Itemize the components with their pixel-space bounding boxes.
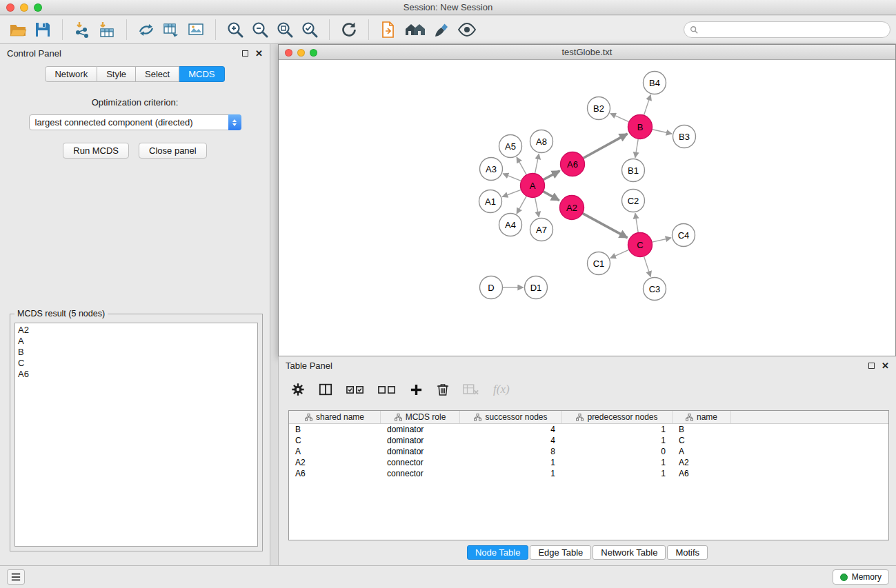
network-node-C2[interactable]: C2: [622, 190, 645, 212]
network-edge[interactable]: [544, 171, 560, 180]
table-cell[interactable]: A6: [673, 469, 731, 478]
network-edge[interactable]: [502, 190, 521, 196]
task-history-button[interactable]: [7, 569, 25, 585]
network-edge[interactable]: [610, 250, 629, 258]
table-cell[interactable]: C: [673, 436, 731, 445]
table-row[interactable]: Adominator80A: [289, 446, 888, 457]
eye-icon[interactable]: [457, 19, 477, 40]
run-mcds-button[interactable]: Run MCDS: [63, 143, 129, 159]
search-input[interactable]: [701, 25, 884, 34]
network-node-D1[interactable]: D1: [525, 276, 548, 299]
table-cell[interactable]: 4: [460, 425, 562, 434]
network-node-B2[interactable]: B2: [588, 97, 610, 120]
table-row[interactable]: A6connector11A6: [289, 468, 888, 479]
mcds-result-item[interactable]: A6: [15, 369, 257, 380]
table-cell[interactable]: dominator: [381, 436, 460, 445]
zoom-fit-icon[interactable]: [275, 19, 295, 40]
table-row[interactable]: Bdominator41B: [289, 424, 888, 435]
network-node-A5[interactable]: A5: [499, 135, 522, 158]
mcds-result-item[interactable]: A: [15, 336, 257, 347]
network-node-C3[interactable]: C3: [644, 278, 666, 301]
network-node-B[interactable]: B: [628, 115, 653, 139]
mcds-result-item[interactable]: A2: [15, 325, 257, 336]
network-edge[interactable]: [584, 134, 628, 158]
table-cell[interactable]: A2: [289, 458, 381, 467]
network-edge[interactable]: [644, 95, 651, 115]
home-icon[interactable]: [403, 19, 428, 40]
node-table[interactable]: shared nameMCDS rolesuccessor nodesprede…: [288, 410, 889, 540]
float-panel-icon[interactable]: [242, 50, 248, 57]
float-table-panel-icon[interactable]: [868, 363, 875, 369]
style-brush-icon[interactable]: [432, 19, 452, 40]
mcds-result-item[interactable]: C: [15, 358, 257, 369]
new-network-icon[interactable]: [136, 19, 157, 40]
close-table-panel-icon[interactable]: ✕: [882, 361, 889, 370]
table-settings-gear-icon[interactable]: [291, 383, 305, 396]
table-cell[interactable]: connector: [381, 469, 460, 478]
table-cell[interactable]: A6: [289, 469, 381, 478]
network-edge[interactable]: [653, 238, 671, 242]
close-panel-button[interactable]: Close panel: [139, 143, 207, 159]
zoom-selected-icon[interactable]: [299, 19, 320, 40]
table-cell[interactable]: 1: [460, 458, 562, 467]
table-row[interactable]: Cdominator41C: [289, 435, 888, 446]
zoom-network-window-button[interactable]: [310, 49, 317, 57]
table-cell[interactable]: 0: [562, 447, 673, 456]
table-cell[interactable]: B: [673, 425, 731, 434]
column-header[interactable]: successor nodes: [460, 411, 562, 423]
table-cell[interactable]: C: [289, 436, 381, 445]
network-node-C1[interactable]: C1: [588, 252, 610, 275]
apply-layout-icon[interactable]: [339, 19, 359, 40]
network-window-titlebar[interactable]: testGlobe.txt: [279, 45, 895, 60]
tab-select[interactable]: Select: [136, 66, 179, 82]
column-header[interactable]: name: [673, 411, 731, 423]
table-cell[interactable]: dominator: [381, 425, 460, 434]
show-columns-icon[interactable]: [319, 383, 332, 396]
memory-button[interactable]: Memory: [833, 569, 889, 585]
import-network-icon[interactable]: [72, 19, 92, 40]
tab-style[interactable]: Style: [97, 66, 136, 82]
table-cell[interactable]: 1: [562, 458, 673, 467]
tab-edge-table[interactable]: Edge Table: [530, 545, 591, 560]
network-node-A6[interactable]: A6: [561, 152, 585, 176]
network-canvas-svg[interactable]: B4B2BB3A5A8A6B1A3AC2A1A2A4A7CC4C1C3DD1: [279, 60, 895, 356]
table-cell[interactable]: dominator: [381, 447, 460, 456]
network-edge[interactable]: [635, 139, 638, 158]
network-node-A2[interactable]: A2: [560, 196, 584, 220]
network-edge[interactable]: [644, 256, 651, 276]
table-cell[interactable]: A2: [673, 458, 731, 467]
network-node-B1[interactable]: B1: [622, 159, 645, 182]
close-panel-icon[interactable]: ✕: [255, 49, 263, 58]
close-network-window-button[interactable]: [285, 49, 292, 57]
zoom-window-button[interactable]: [34, 3, 42, 12]
mcds-result-list[interactable]: A2ABCA6: [14, 323, 258, 547]
open-session-icon[interactable]: [8, 19, 28, 40]
zoom-in-icon[interactable]: [225, 19, 246, 40]
network-edge[interactable]: [517, 157, 526, 174]
network-edge[interactable]: [544, 192, 559, 201]
search-box[interactable]: [684, 21, 890, 38]
tab-node-table[interactable]: Node Table: [467, 545, 529, 560]
table-cell[interactable]: A: [289, 447, 381, 456]
network-edge[interactable]: [535, 154, 539, 173]
deselect-all-icon[interactable]: [378, 385, 396, 395]
table-cell[interactable]: A: [673, 447, 731, 456]
network-edge[interactable]: [517, 196, 526, 214]
export-document-icon[interactable]: [378, 19, 399, 40]
tab-motifs[interactable]: Motifs: [667, 545, 708, 560]
delete-column-icon[interactable]: [437, 383, 449, 396]
network-node-A3[interactable]: A3: [480, 158, 503, 181]
close-window-button[interactable]: [6, 3, 14, 12]
column-header[interactable]: predecessor nodes: [562, 411, 673, 423]
network-node-C[interactable]: C: [628, 233, 653, 257]
new-table-icon[interactable]: [161, 19, 181, 40]
table-cell[interactable]: 1: [562, 469, 673, 478]
table-cell[interactable]: connector: [381, 458, 460, 467]
network-edge[interactable]: [503, 174, 521, 181]
network-node-C4[interactable]: C4: [673, 224, 695, 247]
tab-network-table[interactable]: Network Table: [593, 545, 666, 560]
tab-network[interactable]: Network: [45, 66, 97, 82]
network-node-D[interactable]: D: [480, 276, 503, 299]
table-cell[interactable]: B: [289, 425, 381, 434]
table-cell[interactable]: 8: [460, 447, 562, 456]
